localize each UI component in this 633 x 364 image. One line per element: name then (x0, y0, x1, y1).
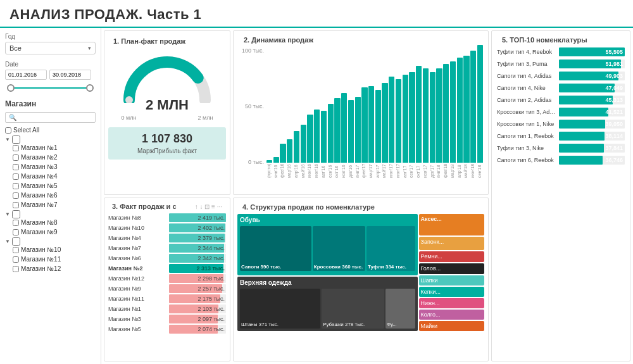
store-item-10[interactable]: Магазин №10 (13, 246, 96, 254)
x-label-19: июл'17 (396, 164, 401, 178)
range-thumb-right[interactable] (86, 84, 94, 92)
top10-bar-bg-9: 36,746 (559, 156, 625, 165)
dynamics-title: 2. Динамика продаж (239, 34, 483, 45)
store-item-1[interactable]: Магазин №1 (13, 144, 96, 152)
treemap-shoes-top: Обувь Сапоги 590 тыс. Кроссовки 360 тыс.… (237, 214, 418, 275)
store-filter: Магазин Select All ▼ Магазин №1 Магази (5, 99, 96, 273)
top10-bar-bg-4: 45,313 (559, 96, 625, 104)
dynamics-panel: 2. Динамика продаж 100 тыс. 50 тыс. 0 ты… (233, 30, 489, 195)
fact-value-7: 2 257 тыс. (197, 286, 225, 292)
fact-value-2: 2 379 тыс. (197, 235, 225, 241)
top10-bar-fill-6 (559, 120, 605, 129)
fact-name-5: Магазин №2 (108, 265, 169, 272)
fact-bar-bg-0: 2 419 тыс. (169, 213, 226, 222)
store-group-1-header[interactable]: ▼ (5, 135, 96, 144)
top10-value-5: 41,521 (605, 109, 623, 115)
content-grid: 1. План-факт продаж 2 МЛН 0 млн 2 млн (101, 28, 633, 364)
x-label-15: мар'17 (368, 164, 374, 178)
x-label-27: мар'18 (450, 164, 456, 178)
top10-row-4: Сапоги тип 2, Adidas45,313 (497, 96, 625, 104)
top10-bar-bg-1: 51,981 (559, 60, 625, 68)
x-label-11: ноя'16 (341, 164, 347, 178)
top10-bar-bg-2: 49,903 (559, 72, 625, 80)
treemap-krossovki: Кроссовки 360 тыс. (313, 226, 365, 271)
top10-row-9: Сапоги тип 6, Reebok36,746 (497, 156, 625, 165)
store-item-12[interactable]: Магазин №12 (13, 265, 96, 273)
fact-name-10: Магазин №3 (108, 316, 169, 322)
y-label-100: 100 тыс. (239, 47, 264, 54)
top10-label-5: Кроссовки тип 3, Adidas (497, 109, 559, 115)
top10-value-9: 36,746 (605, 157, 623, 163)
top10-row-0: Туфли тип 4, Reebok55,505 (497, 47, 625, 56)
fact-row-2: Магазин №42 379 тыс. (108, 234, 226, 242)
x-label-8: авг'16 (321, 164, 327, 178)
header: АНАЛИЗ ПРОДАЖ. Часть 1 (0, 0, 633, 28)
fact-value-6: 2 298 тыс. (197, 275, 225, 282)
date-filter: Date (5, 61, 96, 93)
x-label-2: фев'16 (280, 164, 285, 178)
x-label-18: июн'17 (389, 164, 394, 178)
x-label-1: янв'16 (273, 164, 279, 178)
top10-row-5: Кроссовки тип 3, Adidas41,521 (497, 108, 625, 116)
treemap-shtany: Штаны 371 тыс. (240, 289, 320, 329)
top10-row-2: Сапоги тип 4, Adidas49,903 (497, 72, 625, 80)
gauge-value: 2 МЛН (146, 97, 189, 113)
top10-value-0: 55,505 (605, 49, 623, 55)
store-item-4[interactable]: Магазин №4 (13, 172, 96, 180)
store-item-2[interactable]: Магазин №2 (13, 153, 96, 161)
store-group-3-children: Магазин №10 Магазин №11 Магазин №12 (5, 246, 96, 273)
bar-19 (396, 79, 401, 163)
treemap-akses: Аксес... (419, 214, 484, 235)
fact-name-8: Магазин №11 (108, 296, 169, 302)
treemap-tufli: Туфли 334 тыс. (367, 226, 415, 271)
bar-28 (457, 58, 463, 163)
fact-bar-bg-2: 2 379 тыс. (169, 234, 226, 242)
fact-bar-bg-3: 2 344 тыс. (169, 244, 226, 253)
date-from-input[interactable] (5, 70, 47, 80)
store-item-8[interactable]: Магазин №8 (13, 218, 96, 227)
dynamics-chart-wrapper: 100 тыс. 50 тыс. 0 тыс. (пусто)янв'16фев… (239, 45, 483, 178)
store-search-input[interactable] (5, 112, 96, 123)
store-item-9[interactable]: Магазин №9 (13, 228, 96, 236)
date-label: Date (5, 61, 96, 68)
bar-11 (341, 93, 347, 163)
fact-bar-bg-6: 2 298 тыс. (169, 274, 226, 283)
plan-fact-title: 1. План-факт продаж (108, 35, 226, 46)
page: АНАЛИЗ ПРОДАЖ. Часть 1 Год Все ▾ Date (0, 0, 633, 364)
store-item-11[interactable]: Магазин №11 (13, 255, 96, 263)
fact-value-0: 2 419 тыс. (197, 215, 225, 221)
x-label-30: июн'18 (470, 164, 476, 178)
store-item-7[interactable]: Магазин №7 (13, 201, 96, 209)
top10-bar-bg-8: 37,841 (559, 144, 625, 153)
x-label-4: апр'16 (294, 164, 299, 178)
top10-bar-bg-3: 47,049 (559, 84, 625, 92)
x-label-12: дек'16 (348, 164, 354, 178)
top10-value-3: 47,049 (605, 85, 623, 91)
gauge-max: 2 млн (198, 115, 213, 121)
gauge-svg (116, 46, 218, 103)
fact-bar-bg-7: 2 257 тыс. (169, 284, 226, 293)
select-all-checkbox[interactable]: Select All (5, 126, 96, 134)
store-item-6[interactable]: Магазин №6 (13, 191, 96, 199)
x-label-31: сен'18 (477, 164, 483, 178)
chevron-down-icon: ▾ (88, 45, 91, 51)
profit-box: 1 107 830 МаржПрибыль факт (108, 127, 226, 160)
date-to-input[interactable] (49, 70, 91, 80)
store-item-5[interactable]: Магазин №5 (13, 182, 96, 190)
bars-area: (пусто)янв'16фев'16мар'16апр'16май'16июн… (266, 45, 483, 178)
treemap-kepki: Кепки... (419, 287, 484, 297)
plan-fact-panel: 1. План-факт продаж 2 МЛН 0 млн 2 млн (104, 30, 230, 195)
store-group-3-header[interactable]: ▼ (5, 237, 96, 246)
top10-title: 5. ТОП-10 номенклатуры (497, 34, 625, 45)
fact-row-10: Магазин №32 097 тыс. (108, 315, 226, 323)
structure-title: 4. Структура продаж по номенклатуре (237, 201, 484, 212)
fact-bar-bg-8: 2 175 тыс. (169, 294, 226, 303)
range-thumb-left[interactable] (7, 84, 15, 92)
store-item-3[interactable]: Магазин №3 (13, 163, 96, 171)
x-label-25: янв'18 (436, 164, 442, 178)
store-group-2-header[interactable]: ▼ (5, 210, 96, 218)
date-range-slider[interactable] (5, 83, 96, 93)
bar-3 (287, 139, 292, 163)
year-select[interactable]: Все ▾ (5, 42, 96, 54)
top10-bar-bg-6: 39,050 (559, 120, 625, 129)
